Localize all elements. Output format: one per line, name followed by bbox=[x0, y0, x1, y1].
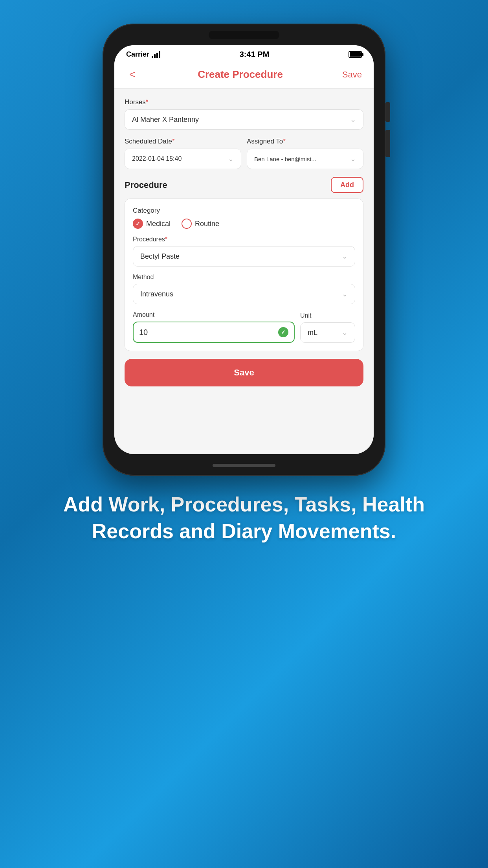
phone-wrapper: Carrier 3:41 PM < Create Procedure Save bbox=[103, 24, 385, 476]
promo-text-section: Add Work, Procedures, Tasks, Health Reco… bbox=[0, 491, 488, 544]
assigned-to-value: Ben Lane - ben@mist... bbox=[254, 156, 316, 162]
phone-screen: Carrier 3:41 PM < Create Procedure Save bbox=[114, 45, 374, 454]
chevron-down-icon: ⌄ bbox=[342, 328, 348, 337]
assigned-to-label: Assigned To* bbox=[247, 138, 363, 145]
home-bar bbox=[213, 464, 275, 467]
procedures-value: Bectyl Paste bbox=[140, 252, 180, 261]
procedure-card: Category Medical Routine bbox=[125, 199, 363, 351]
page-title: Create Procedure bbox=[198, 68, 283, 81]
scheduled-date-dropdown[interactable]: 2022-01-04 15:40 ⌄ bbox=[125, 149, 241, 169]
amount-label: Amount bbox=[133, 311, 295, 318]
nav-save-button[interactable]: Save bbox=[342, 70, 362, 80]
amount-input[interactable] bbox=[139, 328, 274, 337]
battery-icon bbox=[349, 51, 362, 58]
camera-notch bbox=[209, 31, 279, 39]
amount-section: Amount bbox=[133, 311, 295, 343]
routine-radio-option[interactable]: Routine bbox=[182, 219, 219, 229]
horses-label: Horses* bbox=[125, 98, 363, 106]
amount-valid-icon bbox=[278, 327, 288, 337]
procedures-field-section: Procedures* Bectyl Paste ⌄ bbox=[133, 236, 355, 267]
unit-dropdown[interactable]: mL ⌄ bbox=[300, 322, 355, 343]
unit-label: Unit bbox=[300, 312, 355, 319]
medical-radio-button[interactable] bbox=[133, 219, 143, 229]
medical-label: Medical bbox=[146, 220, 171, 228]
category-label: Category bbox=[133, 207, 355, 215]
time-display: 3:41 PM bbox=[240, 50, 270, 59]
add-procedure-button[interactable]: Add bbox=[331, 177, 363, 193]
procedure-section: Procedure Add Category Medical bbox=[125, 177, 363, 351]
date-assignee-row: Scheduled Date* 2022-01-04 15:40 ⌄ Assig… bbox=[125, 138, 363, 169]
routine-label: Routine bbox=[195, 220, 219, 228]
routine-radio-button[interactable] bbox=[182, 219, 192, 229]
method-field-label: Method bbox=[133, 274, 355, 281]
horses-dropdown[interactable]: Al Maher X Pantenny ⌄ bbox=[125, 109, 363, 130]
unit-section: Unit mL ⌄ bbox=[300, 312, 355, 343]
unit-value: mL bbox=[308, 329, 317, 337]
volume-down-button bbox=[385, 130, 390, 157]
method-field-section: Method Intravenus ⌄ bbox=[133, 274, 355, 304]
carrier-label: Carrier bbox=[126, 50, 160, 59]
promo-text: Add Work, Procedures, Tasks, Health Reco… bbox=[31, 491, 457, 544]
amount-unit-row: Amount Unit mL ⌄ bbox=[133, 311, 355, 343]
chevron-down-icon: ⌄ bbox=[342, 252, 348, 261]
content-area: Horses* Al Maher X Pantenny ⌄ Scheduled … bbox=[114, 89, 374, 454]
scheduled-date-section: Scheduled Date* 2022-01-04 15:40 ⌄ bbox=[125, 138, 241, 169]
assigned-to-section: Assigned To* Ben Lane - ben@mist... ⌄ bbox=[247, 138, 363, 169]
navigation-bar: < Create Procedure Save bbox=[114, 62, 374, 89]
chevron-down-icon: ⌄ bbox=[350, 115, 356, 124]
scheduled-date-value: 2022-01-04 15:40 bbox=[132, 155, 182, 162]
horses-value: Al Maher X Pantenny bbox=[132, 116, 199, 124]
chevron-down-icon: ⌄ bbox=[228, 154, 234, 163]
horses-section: Horses* Al Maher X Pantenny ⌄ bbox=[125, 98, 363, 130]
scheduled-date-label: Scheduled Date* bbox=[125, 138, 241, 145]
assigned-to-dropdown[interactable]: Ben Lane - ben@mist... ⌄ bbox=[247, 149, 363, 169]
procedures-dropdown[interactable]: Bectyl Paste ⌄ bbox=[133, 246, 355, 267]
method-dropdown[interactable]: Intravenus ⌄ bbox=[133, 284, 355, 304]
category-group: Category Medical Routine bbox=[133, 207, 355, 229]
save-button[interactable]: Save bbox=[125, 359, 363, 386]
back-button[interactable]: < bbox=[126, 67, 138, 82]
procedure-section-title: Procedure bbox=[125, 180, 167, 190]
amount-input-wrapper bbox=[133, 322, 295, 343]
chevron-down-icon: ⌄ bbox=[350, 154, 356, 163]
procedures-field-label: Procedures* bbox=[133, 236, 355, 243]
wifi-icon bbox=[152, 51, 160, 58]
status-bar: Carrier 3:41 PM bbox=[114, 45, 374, 62]
volume-up-button bbox=[385, 102, 390, 122]
procedure-header: Procedure Add bbox=[125, 177, 363, 193]
chevron-down-icon: ⌄ bbox=[342, 290, 348, 298]
medical-radio-option[interactable]: Medical bbox=[133, 219, 171, 229]
method-value: Intravenus bbox=[140, 290, 173, 298]
category-radio-group: Medical Routine bbox=[133, 219, 355, 229]
